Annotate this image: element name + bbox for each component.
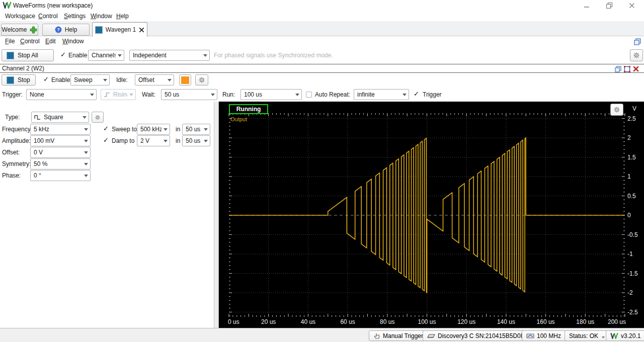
x-tick-label: 80 us <box>380 318 394 325</box>
device-icon <box>427 333 435 339</box>
menu-control-instrument[interactable]: Control <box>20 38 40 45</box>
auto-repeat-label: Auto Repeat: <box>315 91 350 98</box>
wavegen-menu-bar: File Control Edit Window <box>0 36 644 47</box>
plot-options-gear-button[interactable] <box>610 104 623 116</box>
menu-file[interactable]: File <box>5 38 15 45</box>
window-title: WaveForms (new workspace) <box>13 2 93 9</box>
type-label: Type: <box>5 114 20 121</box>
channel-close-icon[interactable] <box>632 65 639 72</box>
type-select[interactable]: Square <box>31 112 89 123</box>
repeat-trigger-checkbox[interactable] <box>414 90 419 98</box>
type-options-gear-button[interactable] <box>92 112 104 123</box>
menu-settings[interactable]: Settings <box>64 13 86 20</box>
x-tick-label: 180 us <box>576 318 594 325</box>
channel-color-swatch[interactable] <box>179 74 191 86</box>
y-tick-label: 2.5 <box>627 115 636 122</box>
master-options-gear-button[interactable] <box>630 49 643 61</box>
manual-trigger-button[interactable]: Manual Trigger <box>369 330 428 341</box>
close-tab-icon[interactable] <box>139 27 144 33</box>
minimize-button[interactable] <box>580 1 593 10</box>
restore-window-button[interactable] <box>603 1 616 10</box>
rising-edge-icon <box>104 92 110 98</box>
run-time-select[interactable]: 100 us <box>240 89 302 100</box>
master-enable-checkbox[interactable] <box>60 51 66 58</box>
menu-help[interactable]: Help <box>116 13 129 20</box>
damp-in-label: in <box>176 137 180 144</box>
trigger-row: Trigger: None Rising Wait: 50 us Run: 10… <box>0 88 644 102</box>
device-button[interactable]: Discovery3 C SN:210415B5D0DD <box>423 330 534 341</box>
channel-header-bar: Channel 2 (W2) <box>0 64 644 73</box>
auto-repeat-checkbox[interactable] <box>306 92 312 98</box>
channel-enable-checkbox[interactable] <box>43 75 49 83</box>
tab-wavegen[interactable]: Wavegen 1 <box>92 22 147 37</box>
tab-welcome[interactable]: Welcome <box>1 24 38 36</box>
wait-time-select[interactable]: 50 us <box>161 89 217 100</box>
x-tick-label: 140 us <box>497 318 515 325</box>
menu-window[interactable]: Window <box>91 13 112 20</box>
panel-splitter[interactable] <box>214 102 219 328</box>
channel-header-title: Channel 2 (W2) <box>2 65 44 72</box>
chevron-down-icon <box>166 75 174 85</box>
generator-mode-select[interactable]: Sweep <box>70 74 110 86</box>
x-tick-label: 0 us <box>228 318 239 325</box>
channel-float-icon[interactable] <box>614 65 621 72</box>
chevron-down-icon <box>101 75 109 85</box>
x-tick-label: 200 us <box>608 318 626 325</box>
frequency-select[interactable]: 5 kHz <box>30 124 91 135</box>
trigger-slope-select: Rising <box>101 89 136 100</box>
status-badge: Running <box>229 104 268 114</box>
menu-control[interactable]: Control <box>38 13 58 20</box>
chevron-down-icon <box>202 136 210 146</box>
channel-mode-select[interactable]: Independent <box>129 50 210 61</box>
repeat-count-select[interactable]: infinite <box>354 89 409 100</box>
chevron-down-icon <box>162 124 170 134</box>
channel-stop-button[interactable]: Stop <box>2 74 36 86</box>
stop-all-button[interactable]: Stop All <box>2 49 54 61</box>
damp-time-select[interactable]: 50 us <box>182 135 210 146</box>
close-window-button[interactable] <box>625 1 638 10</box>
trigger-source-select[interactable]: None <box>26 89 97 100</box>
phase-select[interactable]: 0 ° <box>30 170 91 181</box>
x-tick-label: 160 us <box>537 318 555 325</box>
menu-window-instrument[interactable]: Window <box>62 38 84 45</box>
tab-welcome-label: Welcome <box>2 26 27 33</box>
y-tick-label: 0 <box>627 212 631 219</box>
sweep-to-checkbox[interactable] <box>103 125 109 132</box>
offset-select[interactable]: 0 V <box>30 147 91 158</box>
idle-select[interactable]: Offset <box>135 74 174 86</box>
y-tick-label: -1 <box>627 250 633 258</box>
sweep-in-label: in <box>176 126 180 133</box>
channels-select[interactable]: Channels <box>88 50 124 61</box>
x-tick-label: 60 us <box>340 318 355 325</box>
chevron-down-icon <box>88 90 96 100</box>
menu-edit[interactable]: Edit <box>45 38 56 45</box>
symmetry-select[interactable]: 50 % <box>30 158 91 169</box>
damp-to-checkbox[interactable] <box>103 136 109 144</box>
damp-target-select[interactable]: 2 V <box>137 135 170 146</box>
amplitude-select[interactable]: 100 mV <box>30 135 91 146</box>
menu-workspace[interactable]: Workspace <box>5 13 35 20</box>
tab-help[interactable]: Help <box>42 24 90 36</box>
chevron-down-icon <box>82 147 90 157</box>
y-tick-label: -1.5 <box>627 270 638 277</box>
float-window-icon[interactable] <box>633 38 642 46</box>
status-button[interactable]: Status: OK <box>565 330 609 341</box>
run-label: Run: <box>222 91 235 98</box>
sweep-target-select[interactable]: 500 kHz <box>137 124 170 135</box>
add-instrument-icon[interactable] <box>30 26 37 34</box>
sweep-time-select[interactable]: 50 us <box>182 124 210 135</box>
channel-maximize-icon[interactable] <box>623 65 630 72</box>
waveform-parameters-panel: Type: Square Frequency: 5 kHz Sweep to 5… <box>0 102 214 328</box>
title-bar: WaveForms (new workspace) <box>0 0 644 11</box>
waveforms-window: WaveForms (new workspace) Workspace Cont… <box>0 0 644 342</box>
output-plot: 0 us20 us40 us60 us80 us100 us120 us140 … <box>219 102 644 328</box>
y-tick-label: 0.5 <box>627 193 636 200</box>
help-icon <box>55 26 62 33</box>
y-axis-unit-label: V <box>632 105 636 112</box>
offset-label: Offset: <box>2 149 20 156</box>
channel-options-gear-button[interactable] <box>195 74 208 86</box>
idle-label: Idle: <box>116 76 128 83</box>
master-enable-label: Enable <box>68 52 87 59</box>
waveforms-logo-icon <box>3 2 12 9</box>
version-button[interactable]: v3.20.1 <box>606 330 644 341</box>
